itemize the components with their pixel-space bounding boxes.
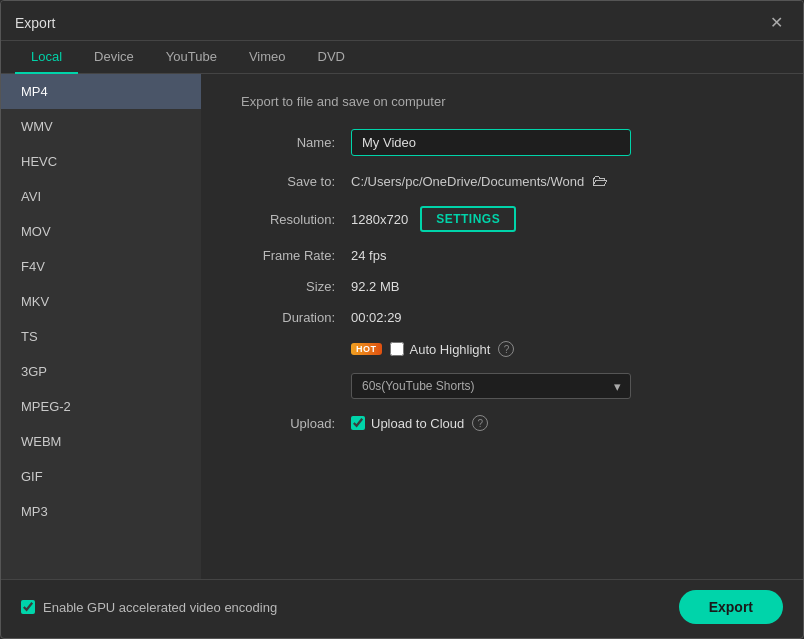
title-bar: Export ✕ [1,1,803,41]
framerate-value: 24 fps [351,248,386,263]
sidebar-item-webm[interactable]: WEBM [1,424,201,459]
size-value: 92.2 MB [351,279,399,294]
size-row: Size: 92.2 MB [241,279,763,294]
gpu-label-text: Enable GPU accelerated video encoding [43,600,277,615]
tab-vimeo[interactable]: Vimeo [233,41,302,74]
tab-device[interactable]: Device [78,41,150,74]
resolution-label: Resolution: [241,212,351,227]
sidebar-item-f4v[interactable]: F4V [1,249,201,284]
sidebar-item-3gp[interactable]: 3GP [1,354,201,389]
youtube-shorts-row: 60s(YouTube Shorts) [351,373,763,399]
save-to-row: Save to: C:/Users/pc/OneDrive/Documents/… [241,172,763,190]
tab-dvd[interactable]: DVD [302,41,361,74]
export-window: Export ✕ Local Device YouTube Vimeo DVD … [0,0,804,639]
name-label: Name: [241,135,351,150]
settings-button[interactable]: SETTINGS [420,206,516,232]
upload-cloud-label[interactable]: Upload to Cloud [351,416,464,431]
sidebar-item-mp4[interactable]: MP4 [1,74,201,109]
save-path-container: C:/Users/pc/OneDrive/Documents/Wond 🗁 [351,172,608,190]
resolution-row: Resolution: 1280x720 SETTINGS [241,206,763,232]
resolution-value: 1280x720 [351,212,408,227]
tab-youtube[interactable]: YouTube [150,41,233,74]
sidebar-item-wmv[interactable]: WMV [1,109,201,144]
upload-cloud-help-icon[interactable]: ? [472,415,488,431]
upload-content: Upload to Cloud ? [351,415,488,431]
window-title: Export [15,15,55,31]
tab-local[interactable]: Local [15,41,78,74]
save-path-text: C:/Users/pc/OneDrive/Documents/Wond [351,174,584,189]
sidebar-item-mkv[interactable]: MKV [1,284,201,319]
size-label: Size: [241,279,351,294]
save-label: Save to: [241,174,351,189]
name-row: Name: [241,129,763,156]
framerate-label: Frame Rate: [241,248,351,263]
sidebar-item-mov[interactable]: MOV [1,214,201,249]
duration-label: Duration: [241,310,351,325]
content-area: MP4 WMV HEVC AVI MOV F4V MKV TS [1,74,803,579]
title-bar-left: Export [15,15,55,31]
main-panel: Export to file and save on computer Name… [201,74,803,579]
gpu-checkbox-label[interactable]: Enable GPU accelerated video encoding [21,600,277,615]
upload-row: Upload: Upload to Cloud ? [241,415,763,431]
close-button[interactable]: ✕ [764,11,789,34]
duration-value: 00:02:29 [351,310,402,325]
gpu-checkbox[interactable] [21,600,35,614]
upload-cloud-text: Upload to Cloud [371,416,464,431]
sidebar-item-mpeg2[interactable]: MPEG-2 [1,389,201,424]
panel-title: Export to file and save on computer [241,94,763,109]
folder-icon[interactable]: 🗁 [592,172,608,190]
duration-row: Duration: 00:02:29 [241,310,763,325]
export-button[interactable]: Export [679,590,783,624]
sidebar-item-ts[interactable]: TS [1,319,201,354]
hot-badge: HOT [351,343,382,355]
auto-highlight-text: Auto Highlight [410,342,491,357]
auto-highlight-checkbox[interactable] [390,342,404,356]
sidebar-item-gif[interactable]: GIF [1,459,201,494]
youtube-shorts-dropdown-wrapper: 60s(YouTube Shorts) [351,373,631,399]
name-input[interactable] [351,129,631,156]
sidebar-item-avi[interactable]: AVI [1,179,201,214]
youtube-shorts-dropdown[interactable]: 60s(YouTube Shorts) [351,373,631,399]
highlight-row: HOT Auto Highlight ? [241,341,763,357]
format-sidebar: MP4 WMV HEVC AVI MOV F4V MKV TS [1,74,201,579]
framerate-row: Frame Rate: 24 fps [241,248,763,263]
upload-label: Upload: [241,416,351,431]
auto-highlight-help-icon[interactable]: ? [498,341,514,357]
sidebar-item-hevc[interactable]: HEVC [1,144,201,179]
auto-highlight-label[interactable]: Auto Highlight [390,342,491,357]
sidebar-item-mp3[interactable]: MP3 [1,494,201,529]
footer: Enable GPU accelerated video encoding Ex… [1,579,803,638]
tab-bar: Local Device YouTube Vimeo DVD [1,41,803,74]
highlight-content: HOT Auto Highlight ? [351,341,514,357]
upload-cloud-checkbox[interactable] [351,416,365,430]
resolution-value-container: 1280x720 SETTINGS [351,206,516,232]
